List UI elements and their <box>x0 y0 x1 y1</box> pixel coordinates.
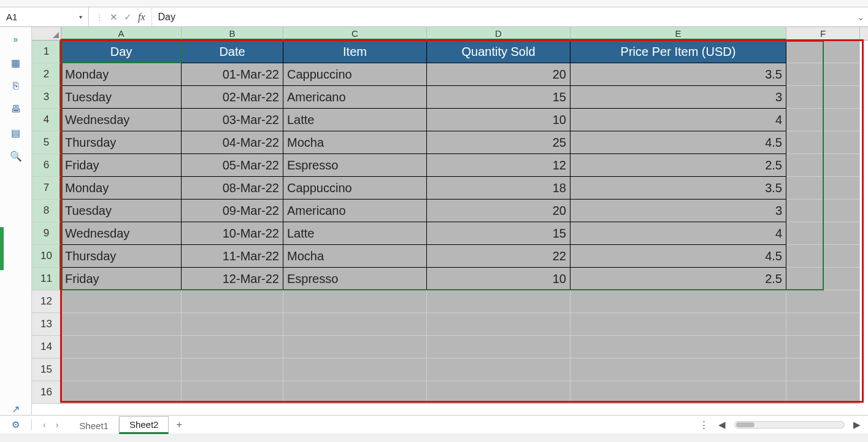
cell-B10[interactable]: 11-Mar-22 <box>182 245 283 268</box>
row-header-4[interactable]: 4 <box>32 109 61 131</box>
cell-C11[interactable]: Espresso <box>283 268 427 290</box>
column-header-C[interactable]: C <box>283 27 427 40</box>
cell-E16[interactable] <box>570 381 786 404</box>
row-header-2[interactable]: 2 <box>32 63 61 86</box>
column-header-D[interactable]: D <box>427 27 570 40</box>
cells-area[interactable]: DayDateItemQuantity SoldPrice Per Item (… <box>61 41 868 404</box>
row-header-16[interactable]: 16 <box>32 381 61 404</box>
cell-C14[interactable] <box>283 336 427 359</box>
cell-C2[interactable]: Cappuccino <box>283 63 427 86</box>
row-header-1[interactable]: 1 <box>32 41 61 63</box>
cell-A5[interactable]: Thursday <box>61 131 182 154</box>
sidebar-icon-5[interactable]: 🔍 <box>10 150 22 162</box>
cell-F12[interactable] <box>786 290 860 313</box>
cell-A3[interactable]: Tuesday <box>61 86 182 109</box>
cell-D14[interactable] <box>427 336 570 359</box>
column-header-B[interactable]: B <box>182 27 283 40</box>
cell-F14[interactable] <box>786 336 860 359</box>
cell-D6[interactable]: 12 <box>427 154 570 177</box>
scroll-left-icon[interactable]: ◀ <box>718 419 726 430</box>
cell-B6[interactable]: 05-Mar-22 <box>182 154 283 177</box>
select-all-corner[interactable] <box>32 27 61 40</box>
cell-E1[interactable]: Price Per Item (USD) <box>570 41 786 63</box>
cell-D13[interactable] <box>427 313 570 336</box>
cell-F4[interactable] <box>786 109 860 131</box>
cell-D7[interactable]: 18 <box>427 177 570 200</box>
more-options-icon[interactable]: ⋮ <box>699 419 710 430</box>
formula-input[interactable] <box>158 12 851 23</box>
cell-B16[interactable] <box>182 381 283 404</box>
cell-D9[interactable]: 15 <box>427 222 570 245</box>
cell-C4[interactable]: Latte <box>283 109 427 131</box>
cell-B15[interactable] <box>182 359 283 381</box>
cell-D3[interactable]: 15 <box>427 86 570 109</box>
formula-accept-icon[interactable]: ✓ <box>124 12 132 23</box>
formula-cancel-icon[interactable]: ✕ <box>110 12 118 23</box>
sidebar-icon-1[interactable]: ▦ <box>10 56 22 69</box>
sidebar-link-icon[interactable]: ↗ <box>10 403 22 415</box>
cell-A12[interactable] <box>61 290 182 313</box>
sidebar-icon-3[interactable]: 🖶 <box>10 103 22 115</box>
scrollbar-thumb[interactable] <box>736 422 755 427</box>
cell-C1[interactable]: Item <box>283 41 427 63</box>
cell-D1[interactable]: Quantity Sold <box>427 41 570 63</box>
row-header-10[interactable]: 10 <box>32 245 61 268</box>
cell-C7[interactable]: Cappuccino <box>283 177 427 200</box>
horizontal-scrollbar[interactable] <box>734 421 845 428</box>
cell-F11[interactable] <box>786 268 860 290</box>
cell-B5[interactable]: 04-Mar-22 <box>182 131 283 154</box>
cell-D2[interactable]: 20 <box>427 63 570 86</box>
cell-C12[interactable] <box>283 290 427 313</box>
cell-C5[interactable]: Mocha <box>283 131 427 154</box>
cell-D4[interactable]: 10 <box>427 109 570 131</box>
cell-F6[interactable] <box>786 154 860 177</box>
cell-B14[interactable] <box>182 336 283 359</box>
cell-B3[interactable]: 02-Mar-22 <box>182 86 283 109</box>
cell-D10[interactable]: 22 <box>427 245 570 268</box>
column-header-F[interactable]: F <box>786 27 860 40</box>
cell-A4[interactable]: Wednesday <box>61 109 182 131</box>
fx-icon[interactable]: fx <box>138 12 145 23</box>
cell-B2[interactable]: 01-Mar-22 <box>182 63 283 86</box>
cell-D11[interactable]: 10 <box>427 268 570 290</box>
cell-E5[interactable]: 4.5 <box>570 131 786 154</box>
cell-E8[interactable]: 3 <box>570 200 786 222</box>
cell-E12[interactable] <box>570 290 786 313</box>
name-box-dropdown-icon[interactable]: ▾ <box>77 14 85 20</box>
cell-B11[interactable]: 12-Mar-22 <box>182 268 283 290</box>
cell-E3[interactable]: 3 <box>570 86 786 109</box>
cell-A9[interactable]: Wednesday <box>61 222 182 245</box>
cell-A15[interactable] <box>61 359 182 381</box>
cell-D16[interactable] <box>427 381 570 404</box>
cell-A10[interactable]: Thursday <box>61 245 182 268</box>
row-header-14[interactable]: 14 <box>32 336 61 359</box>
cell-F16[interactable] <box>786 381 860 404</box>
cell-C16[interactable] <box>283 381 427 404</box>
cell-E7[interactable]: 3.5 <box>570 177 786 200</box>
cell-E2[interactable]: 3.5 <box>570 63 786 86</box>
cell-F10[interactable] <box>786 245 860 268</box>
sheet-tab-sheet2[interactable]: Sheet2 <box>119 416 169 434</box>
cell-D15[interactable] <box>427 359 570 381</box>
row-header-11[interactable]: 11 <box>32 268 61 290</box>
cell-C9[interactable]: Latte <box>283 222 427 245</box>
add-sheet-button[interactable]: + <box>169 417 189 433</box>
cell-A7[interactable]: Monday <box>61 177 182 200</box>
sidebar-collapse-icon[interactable]: » <box>10 33 22 45</box>
cell-B13[interactable] <box>182 313 283 336</box>
cell-B1[interactable]: Date <box>182 41 283 63</box>
cell-E6[interactable]: 2.5 <box>570 154 786 177</box>
cell-A8[interactable]: Tuesday <box>61 200 182 222</box>
cell-E14[interactable] <box>570 336 786 359</box>
cell-F8[interactable] <box>786 200 860 222</box>
cell-B4[interactable]: 03-Mar-22 <box>182 109 283 131</box>
sheet-nav-next-icon[interactable]: › <box>56 420 59 430</box>
settings-icon[interactable]: ⚙ <box>0 419 32 430</box>
cell-B7[interactable]: 08-Mar-22 <box>182 177 283 200</box>
cell-F1[interactable] <box>786 41 860 63</box>
cell-A1[interactable]: Day <box>61 41 182 63</box>
row-header-3[interactable]: 3 <box>32 86 61 109</box>
row-header-8[interactable]: 8 <box>32 200 61 222</box>
cell-A6[interactable]: Friday <box>61 154 182 177</box>
row-header-15[interactable]: 15 <box>32 359 61 381</box>
